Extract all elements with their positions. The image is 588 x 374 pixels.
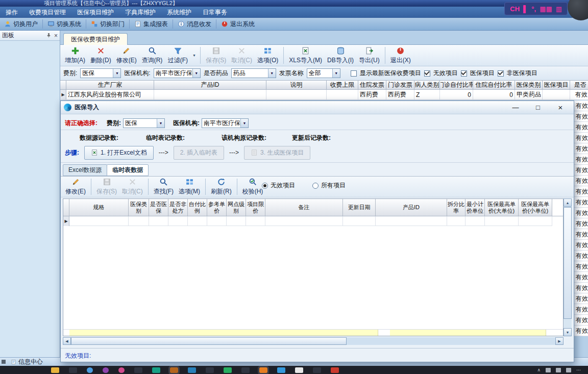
menu-item-operations[interactable]: 操作 bbox=[0, 7, 23, 18]
tray-more-icon[interactable]: ⋯ bbox=[576, 367, 581, 372]
scrollbar-thumb[interactable] bbox=[564, 207, 572, 319]
switch-user-button[interactable]: 切换用户 bbox=[0, 18, 42, 31]
options-button[interactable]: 选项(O) bbox=[255, 45, 281, 66]
taskbar-app-icon[interactable] bbox=[331, 367, 339, 373]
add-button[interactable]: 增加(A) bbox=[62, 45, 88, 66]
insurance-items-checkbox[interactable] bbox=[461, 70, 467, 77]
ime-keyboard-icon[interactable]: ▦▦ bbox=[540, 5, 552, 13]
close-button[interactable]: × bbox=[553, 103, 568, 113]
taskbar-app-icon[interactable] bbox=[170, 367, 178, 373]
tab-excel-source[interactable]: Excel数据源 bbox=[63, 164, 107, 176]
chevron-down-icon[interactable] bbox=[332, 69, 340, 78]
maximize-button[interactable]: □ bbox=[531, 103, 545, 113]
all-items-radio[interactable] bbox=[312, 183, 318, 189]
tab-info-center[interactable]: 信息中心 bbox=[11, 358, 43, 366]
db-import-button[interactable]: DB导入(I) bbox=[325, 45, 356, 66]
insert-temp-button[interactable]: 2. 插入临时表 bbox=[174, 146, 224, 160]
taskbar-app-icon[interactable] bbox=[87, 367, 93, 373]
column-header-max-price-large[interactable]: 医保最高单价(大单位) bbox=[485, 199, 519, 216]
menu-item-fee-items[interactable]: 收费项目管理 bbox=[23, 7, 71, 18]
tray-icon[interactable] bbox=[546, 368, 551, 372]
horizontal-scrollbar[interactable] bbox=[63, 337, 564, 345]
menu-item-system-maint[interactable]: 系统维护 bbox=[161, 7, 197, 18]
dialog-org-select[interactable]: 南平市医疗保障 bbox=[202, 118, 249, 128]
minimize-button[interactable]: — bbox=[508, 103, 523, 113]
column-header-min-unit[interactable]: 最小计价单位 bbox=[465, 199, 485, 216]
column-header-product-id[interactable]: 产品ID bbox=[376, 199, 447, 216]
taskbar-app-icon[interactable] bbox=[134, 367, 142, 373]
column-header-patient-type[interactable]: 病人类别 bbox=[414, 81, 440, 89]
column-header-remark[interactable]: 备注 bbox=[265, 199, 343, 216]
ime-punct-icon[interactable]: °, bbox=[531, 5, 536, 13]
column-header-price-cap[interactable]: 项目限价 bbox=[246, 199, 265, 216]
taskbar-app-icon[interactable] bbox=[295, 367, 303, 373]
column-header-desc[interactable]: 说明 bbox=[266, 81, 327, 89]
cancel-button[interactable]: 取消(C) bbox=[229, 45, 255, 66]
query-button[interactable]: 查询(R) bbox=[139, 45, 165, 66]
menu-item-dictionary[interactable]: 字典库维护 bbox=[119, 7, 161, 18]
taskbar-app-icon[interactable] bbox=[118, 367, 125, 373]
taskbar-app-icon[interactable] bbox=[51, 367, 59, 373]
tray-icon[interactable] bbox=[556, 368, 561, 372]
scrollbar-thumb[interactable] bbox=[71, 337, 347, 345]
taskbar-app-icon[interactable] bbox=[277, 367, 285, 373]
is-drug-select[interactable]: 药品 bbox=[231, 68, 276, 78]
xls-import-button[interactable]: XLS导入(M) bbox=[286, 45, 325, 66]
table-row[interactable]: 江西东风药业股份有限公司 西药费 西药费 Z 0 0 甲类药品 有效 bbox=[60, 90, 588, 100]
column-header-ref-price[interactable]: 参考单价 bbox=[207, 199, 227, 216]
edit-button[interactable]: 修改(E) bbox=[114, 45, 139, 66]
ime-pad-icon[interactable]: ▥ bbox=[556, 5, 562, 13]
scroll-left-icon[interactable] bbox=[63, 337, 71, 345]
column-header-spec[interactable]: 规格 bbox=[69, 199, 129, 216]
column-header-manufacturer[interactable]: 生产厂家 bbox=[66, 81, 154, 89]
switch-department-button[interactable]: 切换部门 bbox=[87, 18, 129, 31]
tray-icon[interactable] bbox=[566, 368, 571, 372]
table-row[interactable] bbox=[63, 216, 563, 226]
close-icon[interactable] bbox=[54, 32, 58, 39]
taskbar-app-icon[interactable] bbox=[152, 367, 160, 373]
taskbar-app-icon[interactable] bbox=[224, 367, 232, 373]
taskbar-app-icon[interactable] bbox=[103, 367, 109, 373]
column-header-ins-type[interactable]: 医保类别 bbox=[129, 199, 149, 216]
exit-button[interactable]: 退出(X) bbox=[388, 45, 413, 66]
dialog-refresh-button[interactable]: 刷新(R) bbox=[208, 177, 234, 197]
open-excel-button[interactable]: 1. 打开Excel文档 bbox=[84, 146, 154, 160]
column-header-fee-cap[interactable]: 收费上限 bbox=[327, 81, 358, 89]
filter-button[interactable]: 过滤(F) bbox=[165, 45, 190, 66]
menu-item-daily[interactable]: 日常事务 bbox=[197, 7, 233, 18]
invalid-items-checkbox[interactable] bbox=[424, 70, 430, 77]
vertical-scrollbar[interactable] bbox=[564, 198, 572, 336]
chevron-down-icon[interactable] bbox=[240, 119, 248, 128]
message-button[interactable]: 消息收发 bbox=[174, 18, 215, 31]
chevron-down-icon[interactable] bbox=[157, 119, 164, 128]
taskbar-app-icon[interactable] bbox=[241, 367, 250, 373]
dialog-fee-select[interactable]: 医保 bbox=[123, 118, 165, 128]
ime-mode-icon[interactable]: ▌ bbox=[523, 5, 528, 13]
tab-temp-data[interactable]: 临时表数据 bbox=[107, 164, 149, 176]
export-button[interactable]: 导出(U) bbox=[356, 45, 382, 66]
show-latest-checkbox[interactable] bbox=[351, 70, 357, 77]
taskbar-app-icon[interactable] bbox=[188, 367, 196, 373]
exit-system-button[interactable]: 退出系统 bbox=[217, 18, 259, 31]
dialog-options-button[interactable]: 选项(M) bbox=[176, 177, 203, 197]
generate-items-button[interactable]: 3. 生成医保项目 bbox=[244, 146, 310, 160]
taskbar-app-icon[interactable] bbox=[259, 367, 267, 373]
column-header-insurance-type[interactable]: 医保类别 bbox=[515, 81, 543, 89]
delete-button[interactable]: 删除(D) bbox=[88, 45, 114, 66]
column-header-inpatient-ratio[interactable]: 住院自付比率 bbox=[473, 81, 515, 89]
taskbar-app-icon[interactable] bbox=[313, 367, 321, 373]
column-header-is-insured[interactable]: 是否医保 bbox=[149, 199, 168, 216]
column-header-split-ratio[interactable]: 拆分比率 bbox=[447, 199, 465, 216]
dialog-find-button[interactable]: 查找(F) bbox=[151, 177, 176, 197]
fee-type-select[interactable]: 医保 bbox=[80, 68, 121, 78]
column-header-self-pay-ratio[interactable]: 自付比例 bbox=[188, 199, 207, 216]
non-insurance-items-checkbox[interactable] bbox=[498, 70, 504, 77]
dialog-titlebar[interactable]: 医保导入 — □ × bbox=[61, 101, 574, 114]
column-header-outpatient-ratio[interactable]: 门诊自付比率 bbox=[440, 81, 473, 89]
taskbar-app-icon[interactable] bbox=[69, 367, 77, 373]
invoice-name-select[interactable]: 全部 bbox=[307, 68, 340, 78]
ime-lang-label[interactable]: CH bbox=[510, 5, 520, 13]
scroll-up-icon[interactable] bbox=[564, 198, 572, 207]
column-header-max-price-small[interactable]: 医保最高单价(小单位) bbox=[519, 199, 552, 216]
switch-system-button[interactable]: 切换系统 bbox=[43, 18, 85, 31]
